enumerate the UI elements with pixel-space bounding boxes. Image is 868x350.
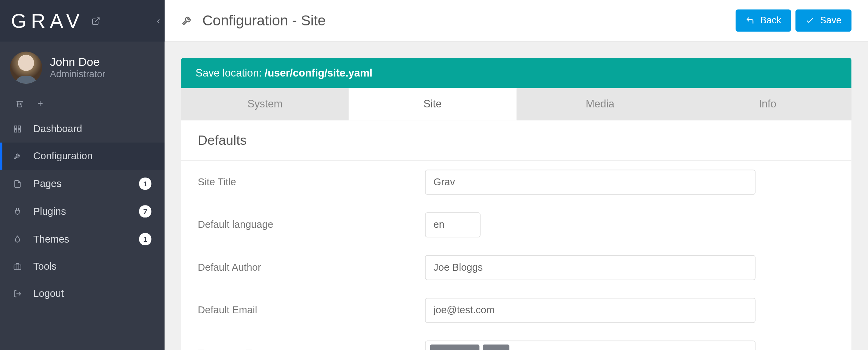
external-link-icon[interactable] bbox=[92, 16, 100, 25]
tab-media[interactable]: Media bbox=[516, 88, 684, 120]
section-heading: Defaults bbox=[181, 120, 852, 161]
main-content: Configuration - Site Back Save bbox=[165, 0, 868, 350]
svg-rect-7 bbox=[14, 265, 21, 270]
nav-label: Tools bbox=[33, 261, 57, 272]
user-block[interactable]: John Doe Administrator bbox=[0, 42, 165, 94]
label-site-title: Site Title bbox=[198, 176, 403, 188]
input-site-title[interactable] bbox=[425, 170, 756, 195]
back-label: Back bbox=[760, 15, 781, 26]
sidebar-collapse-icon[interactable]: ‹ bbox=[157, 15, 160, 27]
header-actions: Back Save bbox=[736, 9, 851, 32]
nav-item-configuration[interactable]: Configuration bbox=[0, 143, 165, 170]
wrench-icon bbox=[181, 14, 194, 27]
user-name: John Doe bbox=[50, 56, 106, 69]
svg-line-0 bbox=[95, 18, 99, 22]
nav-badge: 1 bbox=[139, 177, 152, 190]
tag-category[interactable]: category bbox=[430, 345, 480, 350]
page-title: Configuration - Site bbox=[202, 12, 326, 29]
form-panel: Defaults Site Title Default language Def… bbox=[181, 120, 852, 350]
check-icon bbox=[806, 16, 815, 25]
briefcase-icon bbox=[13, 262, 23, 271]
row-default-email: Default Email bbox=[181, 289, 852, 332]
plug-icon bbox=[13, 207, 23, 215]
nav-item-dashboard[interactable]: Dashboard bbox=[0, 115, 165, 142]
main-nav: Dashboard Configuration Pages 1 Plugins bbox=[0, 115, 165, 307]
svg-rect-4 bbox=[18, 126, 21, 128]
svg-rect-6 bbox=[14, 130, 17, 132]
nav-label: Themes bbox=[33, 233, 69, 245]
input-default-language[interactable] bbox=[425, 212, 481, 237]
label-taxonomy-types: Taxonomy Types bbox=[198, 348, 403, 350]
avatar bbox=[10, 51, 42, 84]
row-default-language: Default language bbox=[181, 203, 852, 246]
save-location-message: Save location: /user/config/site.yaml bbox=[181, 58, 852, 88]
nav-label: Plugins bbox=[33, 206, 66, 217]
nav-item-plugins[interactable]: Plugins 7 bbox=[0, 198, 165, 225]
row-taxonomy-types: Taxonomy Types category tag bbox=[181, 332, 852, 350]
input-default-email[interactable] bbox=[425, 298, 756, 323]
save-button[interactable]: Save bbox=[796, 9, 852, 32]
nav-label: Dashboard bbox=[33, 123, 82, 135]
input-default-author[interactable] bbox=[425, 255, 756, 280]
drop-icon bbox=[13, 235, 23, 243]
message-path: /user/config/site.yaml bbox=[265, 67, 372, 79]
tab-site[interactable]: Site bbox=[349, 88, 516, 120]
nav-label: Configuration bbox=[33, 150, 93, 162]
reply-icon bbox=[746, 16, 755, 25]
row-site-title: Site Title bbox=[181, 161, 852, 204]
grid-icon bbox=[13, 125, 23, 133]
sidebar-header: GRAV ‹ bbox=[0, 0, 165, 42]
file-icon bbox=[13, 179, 23, 188]
message-prefix: Save location: bbox=[196, 67, 265, 79]
label-default-author: Default Author bbox=[198, 262, 403, 273]
row-default-author: Default Author bbox=[181, 246, 852, 289]
nav-item-pages[interactable]: Pages 1 bbox=[0, 170, 165, 198]
tag-tag[interactable]: tag bbox=[483, 345, 509, 350]
sidebar: GRAV ‹ John Doe Administrator bbox=[0, 0, 165, 350]
nav-item-tools[interactable]: Tools bbox=[0, 253, 165, 280]
page-title-block: Configuration - Site bbox=[181, 12, 326, 29]
nav-badge: 1 bbox=[139, 233, 152, 245]
tab-system[interactable]: System bbox=[181, 88, 349, 120]
brand-logo[interactable]: GRAV bbox=[11, 9, 84, 33]
svg-rect-3 bbox=[14, 126, 17, 128]
wrench-icon bbox=[13, 152, 23, 160]
quick-actions bbox=[0, 94, 165, 115]
back-button[interactable]: Back bbox=[736, 9, 791, 32]
label-default-language: Default language bbox=[198, 219, 403, 231]
topbar: Configuration - Site Back Save bbox=[165, 0, 868, 42]
nav-badge: 7 bbox=[139, 205, 152, 218]
user-role: Administrator bbox=[50, 69, 106, 80]
nav-item-themes[interactable]: Themes 1 bbox=[0, 225, 165, 253]
trash-icon[interactable] bbox=[15, 99, 24, 107]
svg-rect-5 bbox=[18, 130, 21, 132]
input-taxonomy-types[interactable]: category tag bbox=[425, 341, 756, 350]
nav-label: Logout bbox=[33, 288, 64, 300]
save-label: Save bbox=[820, 15, 842, 26]
tab-info[interactable]: Info bbox=[684, 88, 852, 120]
logout-icon bbox=[13, 290, 23, 298]
nav-label: Pages bbox=[33, 178, 62, 189]
config-tabs: System Site Media Info bbox=[181, 88, 852, 120]
content-area: Save location: /user/config/site.yaml Sy… bbox=[165, 42, 868, 350]
label-default-email: Default Email bbox=[198, 305, 403, 316]
nav-item-logout[interactable]: Logout bbox=[0, 280, 165, 307]
plus-icon[interactable] bbox=[36, 99, 44, 107]
